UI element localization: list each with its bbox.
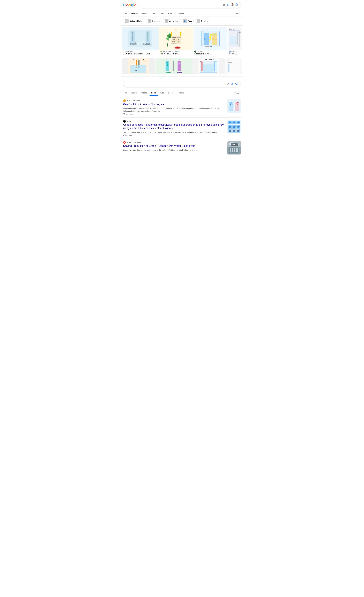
svg-rect-134: [234, 148, 235, 149]
svg-rect-87: [203, 64, 214, 72]
svg-rect-139: [236, 150, 238, 152]
nature-source-icon: n: [123, 120, 126, 123]
svg-text:to positive electro...: to positive electro...: [143, 44, 152, 45]
news-image-3[interactable]: Lanz...: [227, 141, 241, 155]
news-item-2: n Nature Chaos-enhanced manganese electr…: [123, 118, 241, 139]
news-item-1: ⬡ ACS Publications Gas Evolution in Wate…: [123, 97, 241, 118]
news-image-2[interactable]: [227, 120, 241, 133]
svg-point-5: [236, 4, 238, 6]
svg-text:Cathode: Cathode: [166, 59, 171, 61]
prickly-name: Prickly Pear Electrolysis ...: [163, 51, 182, 52]
chip-aluminium[interactable]: Al Aluminium: [163, 18, 180, 24]
image-title-4: What is E...: [228, 53, 242, 56]
news-title-3[interactable]: Scaling Production of Green Hydrogen wit…: [123, 144, 226, 148]
second-tab-images[interactable]: Images: [129, 90, 139, 96]
tab-images[interactable]: Images: [129, 11, 139, 16]
svg-text:ELECTROLYSIS: ELECTROLYSIS: [205, 59, 214, 60]
second-tab-news[interactable]: News: [150, 90, 158, 96]
news-results: ⬡ ACS Publications Gas Evolution in Wate…: [121, 96, 243, 158]
svg-text:+: +: [145, 61, 146, 63]
svg-text:Cathode: Cathode: [229, 62, 232, 63]
news-title-2[interactable]: Chaos-enhanced manganese electrolysis: n…: [123, 123, 226, 130]
chip-aluminium-thumb: Al: [165, 19, 168, 23]
chip-pcos-thumb: 👤: [183, 19, 187, 23]
svg-point-128: [237, 130, 240, 132]
news-content-2: n Nature Chaos-enhanced manganese electr…: [123, 120, 226, 136]
chip-pcos-label: Pcos: [188, 20, 192, 22]
tools-button-second[interactable]: Tools: [233, 90, 241, 95]
svg-point-102: [229, 103, 231, 105]
owlcation-icon: ○: [123, 51, 125, 53]
svg-point-114: [233, 121, 235, 124]
chip-sodium[interactable]: NaCl Sodium chloride: [123, 18, 145, 24]
svg-point-16: [147, 34, 148, 34]
second-tab-videos[interactable]: Videos: [140, 90, 149, 96]
news-content-1: ⬡ ACS Publications Gas Evolution in Wate…: [123, 99, 226, 115]
image-item-3[interactable]: Cathode Anode Hydrogen H₂ Oxygen O₂ Wate…: [193, 27, 227, 56]
tab-web[interactable]: Web: [158, 11, 166, 16]
svg-rect-136: [229, 150, 231, 152]
image-title-2: Prickly Pear Electrolysi...: [159, 53, 193, 56]
svg-text:Oxygen O₂: Oxygen O₂: [214, 29, 221, 31]
second-tab-all[interactable]: All: [123, 90, 129, 96]
tab-videos[interactable]: Videos: [140, 11, 149, 16]
tab-all[interactable]: All: [123, 11, 129, 16]
news-source-2: n Nature: [123, 120, 226, 123]
svg-point-49: [205, 34, 206, 36]
second-search-button[interactable]: [235, 82, 238, 86]
image-item-1[interactable]: Positive copper ions attracted to the ne…: [122, 27, 158, 56]
second-clear-button[interactable]: ✕: [227, 82, 229, 86]
second-tab-books[interactable]: Books: [166, 90, 175, 96]
top-clear-button[interactable]: ✕: [223, 3, 225, 7]
second-tab-finance[interactable]: Finance: [176, 90, 186, 96]
top-search-button[interactable]: [235, 3, 238, 7]
image-item-6[interactable]: Cathode Anode Hydrogen Oxygen: [156, 58, 192, 74]
second-search-input[interactable]: electrolysis: [126, 83, 226, 85]
second-mic-button[interactable]: [231, 82, 234, 86]
top-lens-button[interactable]: [231, 3, 234, 7]
image-item-2[interactable]: - + DC Current Cathode Anode Cation ⊕ An…: [159, 27, 193, 56]
tab-finance[interactable]: Finance: [176, 11, 186, 16]
svg-rect-100: [229, 102, 233, 111]
filter-chips: NaCl Sodium chloride ⚙ Industrial Al Alu…: [121, 16, 243, 26]
second-tab-web[interactable]: Web: [158, 90, 166, 96]
svg-text:Cation: Cation: [172, 39, 175, 40]
top-nav: All Images Videos News Web Books Finance…: [121, 10, 243, 16]
svg-point-106: [236, 103, 237, 104]
svg-text:Oxygen: Oxygen: [177, 72, 182, 73]
image-item-5[interactable]: H₂O - +: [122, 58, 155, 74]
svg-point-52: [214, 34, 215, 36]
news-item-3: P POWER Magazine Scaling Production of G…: [123, 139, 241, 157]
svg-rect-10: [133, 32, 133, 41]
news-image-1[interactable]: [227, 99, 241, 113]
tab-news-top[interactable]: News: [150, 11, 158, 16]
tools-button-top[interactable]: Tools: [233, 11, 241, 16]
prickly-icon: 🌵: [160, 51, 162, 53]
image-item-8[interactable]: Key Cathode: [226, 58, 242, 74]
chip-pcos[interactable]: 👤 Pcos: [181, 18, 194, 24]
svg-rect-64: [130, 65, 146, 73]
image-item-7[interactable]: ELECTROLYSIS ANODE CATHODE: [192, 58, 225, 74]
svg-point-14: [132, 34, 133, 34]
owlcation-name: Owlcation: [126, 51, 133, 52]
svg-text:⊕: ⊕: [178, 39, 179, 40]
power-source-icon: P: [123, 141, 126, 144]
header: Google electrolysis ✕: [121, 0, 243, 10]
top-search-input[interactable]: electrolysis: [141, 4, 221, 6]
svg-rect-60: [229, 36, 237, 46]
chip-industrial[interactable]: ⚙ Industrial: [146, 18, 162, 24]
svg-text:Lanz...: Lanz...: [231, 144, 236, 146]
svg-text:ANODE: ANODE: [237, 31, 241, 33]
svg-point-51: [205, 34, 206, 34]
svg-rect-132: [229, 148, 231, 149]
news-title-1[interactable]: Gas Evolution in Water Electrolysis: [123, 103, 226, 106]
top-search-bar: electrolysis ✕: [139, 2, 241, 8]
svg-rect-135: [236, 148, 238, 149]
svg-rect-93: [229, 64, 229, 72]
tab-books[interactable]: Books: [166, 11, 175, 16]
image-source-3: ⬡ De Nora: [193, 50, 227, 53]
image-item-4[interactable]: NBFM ⊕ ANODE ● Echo W... What is E...: [228, 27, 242, 56]
svg-rect-59: [237, 33, 238, 45]
chip-oxygen[interactable]: O₂ Oxygen: [195, 18, 210, 24]
top-mic-button[interactable]: [226, 3, 229, 7]
